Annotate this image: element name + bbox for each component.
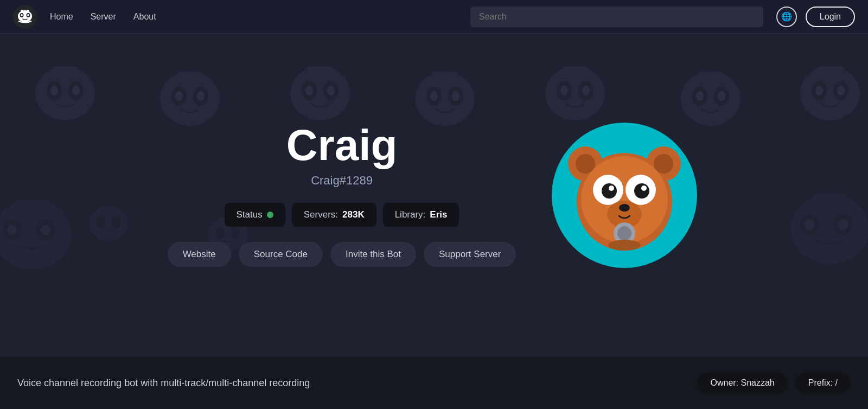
servers-count: 283K — [342, 209, 365, 220]
bot-actions: Website Source Code Invite this Bot Supp… — [168, 242, 516, 267]
svg-point-99 — [619, 204, 630, 212]
bot-tag: Craig#1289 — [168, 174, 516, 188]
navbar-right: 🌐 Login — [776, 7, 855, 27]
nav-links: Home Server About — [50, 12, 156, 22]
svg-point-94 — [602, 183, 617, 199]
source-code-button[interactable]: Source Code — [239, 242, 323, 267]
search-input[interactable] — [470, 7, 763, 27]
bot-avatar — [548, 119, 700, 271]
svg-point-1 — [18, 10, 32, 22]
footer: Voice channel recording bot with multi-t… — [0, 357, 868, 409]
translate-icon: 🌐 — [781, 11, 792, 22]
invite-bot-button[interactable]: Invite this Bot — [330, 242, 416, 267]
svg-point-97 — [641, 186, 647, 191]
nav-home[interactable]: Home — [50, 12, 73, 22]
status-badge: Status — [225, 203, 285, 227]
translate-button[interactable]: 🌐 — [776, 7, 797, 27]
library-badge: Library: Eris — [383, 203, 459, 227]
svg-point-101 — [617, 226, 631, 240]
status-label: Status — [237, 209, 263, 220]
navbar: Home Server About 🌐 Login — [0, 0, 868, 34]
prefix-badge: Prefix: / — [795, 373, 851, 393]
svg-rect-6 — [21, 10, 23, 12]
support-server-button[interactable]: Support Server — [424, 242, 516, 267]
footer-badges: Owner: Snazzah Prefix: / — [697, 373, 851, 393]
bot-name: Craig — [168, 124, 516, 167]
library-name: Eris — [430, 209, 447, 220]
footer-description: Voice channel recording bot with multi-t… — [17, 378, 310, 389]
login-button[interactable]: Login — [806, 7, 855, 27]
svg-point-5 — [27, 14, 29, 16]
website-button[interactable]: Website — [168, 242, 231, 267]
status-dot-online — [267, 212, 273, 218]
servers-label: Servers: — [304, 209, 338, 220]
svg-point-95 — [634, 183, 649, 199]
main-content: Craig Craig#1289 Status Servers: 283K Li… — [0, 34, 868, 357]
svg-point-102 — [608, 240, 641, 251]
bot-details: Craig Craig#1289 Status Servers: 283K Li… — [168, 124, 516, 267]
bot-info: Craig Craig#1289 Status Servers: 283K Li… — [168, 119, 701, 271]
owner-badge: Owner: Snazzah — [697, 373, 787, 393]
library-label: Library: — [395, 209, 426, 220]
svg-point-4 — [21, 14, 23, 16]
bot-stats: Status Servers: 283K Library: Eris — [168, 203, 516, 227]
site-logo — [13, 5, 37, 29]
svg-rect-7 — [27, 10, 29, 12]
svg-point-96 — [609, 186, 614, 191]
nav-about[interactable]: About — [133, 12, 156, 22]
servers-badge: Servers: 283K — [292, 203, 376, 227]
nav-server[interactable]: Server — [91, 12, 116, 22]
